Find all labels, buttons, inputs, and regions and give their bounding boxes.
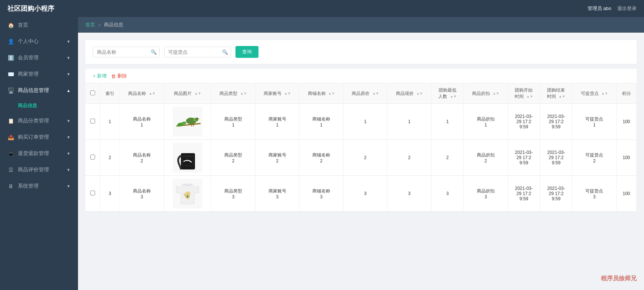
sidebar-label-order-mgmt: 购买订单管理 — [18, 134, 49, 141]
header-right: 管理员 abo 退出登录 — [588, 5, 637, 12]
user-icon: 👤 — [7, 39, 14, 45]
cell-index: 1 — [100, 104, 120, 140]
layout: 🏠 首页 👤 个人中心 ▼ ℹ️ 会员管理 ▼ ✉️ 商家管理 ▼ 🖥️ 商品信… — [0, 17, 644, 290]
cell-current-price: 2 — [387, 140, 432, 176]
cell-min-count: 1 — [431, 104, 464, 140]
sort-arrows-img[interactable]: ▲▼ — [195, 92, 201, 95]
cell-start-time: 2021-03-29 17:29:59 — [508, 104, 540, 140]
sidebar-item-refund-mgmt[interactable]: 📱 退货退款管理 ▼ — [0, 145, 78, 162]
table-body: 1 商品名称1 商品类型1 商家账号1 商铺名称1 1 1 1 商品折扣1 20… — [85, 104, 637, 212]
sort-arrows-shop[interactable]: ▲▼ — [328, 92, 335, 95]
th-shop: 商铺名称 ▲▼ — [299, 83, 344, 104]
cell-shop: 商铺名称3 — [299, 176, 344, 212]
sidebar-item-profile[interactable]: 👤 个人中心 ▼ — [0, 33, 78, 50]
sidebar-item-home[interactable]: 🏠 首页 — [0, 17, 78, 33]
search-bar: 🔍 🔍 查询 — [85, 40, 637, 64]
chevron-down-icon: ▼ — [66, 184, 71, 188]
chevron-down-icon: ▼ — [66, 168, 71, 172]
sort-arrows-end-time[interactable]: ▲▼ — [559, 95, 565, 98]
sidebar-label-category-mgmt: 商品分类管理 — [18, 118, 49, 124]
sort-arrows-account[interactable]: ▲▼ — [284, 92, 291, 95]
sort-arrows-pickup[interactable]: ▲▼ — [601, 92, 608, 95]
breadcrumb-home[interactable]: 首页 — [85, 22, 95, 28]
logout-button[interactable]: 退出登录 — [617, 5, 637, 12]
chevron-down-icon: ▼ — [66, 151, 71, 156]
app-logo: 社区团购小程序 — [7, 4, 54, 13]
cell-checkbox — [85, 176, 100, 212]
sidebar-item-category-mgmt[interactable]: 📋 商品分类管理 ▼ — [0, 113, 78, 129]
cell-img — [164, 176, 211, 212]
sidebar-label-member: 会员管理 — [18, 55, 39, 61]
sidebar-item-product-info[interactable]: 商品信息 — [0, 99, 78, 113]
sort-arrows-name[interactable]: ▲▼ — [149, 92, 156, 95]
chevron-down-icon: ▼ — [66, 56, 71, 60]
sidebar-item-system-mgmt[interactable]: 🖥 系统管理 ▼ — [0, 178, 78, 194]
sort-arrows-min-count[interactable]: ▲▼ — [450, 95, 457, 98]
home-icon: 🏠 — [7, 22, 14, 28]
sidebar-item-review-mgmt[interactable]: ☰ 商品评价管理 ▼ — [0, 162, 78, 178]
cell-pickup: 可提货点2 — [572, 140, 617, 176]
add-button[interactable]: + 新增 — [93, 73, 107, 79]
cell-discount: 商品折扣1 — [464, 104, 508, 140]
row-checkbox-2[interactable] — [90, 191, 95, 195]
sidebar-item-product-mgmt[interactable]: 🖥️ 商品信息管理 ▲ — [0, 82, 78, 99]
sidebar: 🏠 首页 👤 个人中心 ▼ ℹ️ 会员管理 ▼ ✉️ 商家管理 ▼ 🖥️ 商品信… — [0, 17, 78, 290]
info-icon: ℹ️ — [7, 55, 14, 61]
sidebar-item-merchant[interactable]: ✉️ 商家管理 ▼ — [0, 66, 78, 82]
breadcrumb: 首页 > 商品信息 — [78, 17, 644, 33]
top-header: 社区团购小程序 管理员 abo 退出登录 — [0, 0, 644, 17]
cell-type: 商品类型2 — [211, 140, 256, 176]
cell-original-price: 1 — [343, 104, 387, 140]
row-checkbox-1[interactable] — [90, 155, 95, 159]
cell-account: 商家账号1 — [255, 104, 299, 140]
cell-index: 3 — [100, 176, 120, 212]
cell-name: 商品名称1 — [120, 104, 164, 140]
cell-start-time: 2021-03-29 17:29:59 — [508, 140, 540, 176]
search-icon[interactable]: 🔍 — [151, 49, 157, 55]
th-start-time: 团购开始时间 ▲▼ — [508, 83, 540, 104]
cell-points: 100 — [617, 140, 637, 176]
th-img: 商品图片 ▲▼ — [164, 83, 211, 104]
th-min-count: 团购最低人数 ▲▼ — [431, 83, 464, 104]
pickup-point-search-wrap: 🔍 — [164, 47, 231, 57]
cell-index: 2 — [100, 140, 120, 176]
sort-arrows-discount[interactable]: ▲▼ — [492, 92, 499, 95]
sort-arrows-type[interactable]: ▲▼ — [240, 92, 247, 95]
pickup-point-input[interactable] — [164, 47, 231, 57]
svg-point-5 — [197, 118, 198, 119]
sidebar-item-member[interactable]: ℹ️ 会员管理 ▼ — [0, 50, 78, 66]
sidebar-label-review-mgmt: 商品评价管理 — [18, 167, 49, 173]
table-panel: + 新增 🗑 删除 索引 — [85, 69, 637, 212]
cell-name: 商品名称2 — [120, 140, 164, 176]
row-checkbox-0[interactable] — [90, 119, 95, 123]
sort-arrows-original-price[interactable]: ▲▼ — [372, 92, 379, 95]
cell-pickup: 可提货点1 — [572, 104, 617, 140]
current-user: 管理员 abo — [588, 5, 611, 12]
cell-points: 100 — [617, 104, 637, 140]
cell-shop: 商铺名称2 — [299, 140, 344, 176]
cell-pickup: 可提货点3 — [572, 176, 617, 212]
sidebar-label-system-mgmt: 系统管理 — [18, 183, 39, 190]
sidebar-label-product-info: 商品信息 — [18, 103, 37, 108]
product-name-input[interactable] — [93, 47, 160, 57]
query-button[interactable]: 查询 — [235, 46, 258, 58]
cell-original-price: 2 — [343, 140, 387, 176]
cell-discount: 商品折扣3 — [464, 176, 508, 212]
delete-button[interactable]: 🗑 删除 — [111, 73, 127, 79]
monitor-icon: 🖥️ — [7, 88, 14, 93]
sidebar-item-order-mgmt[interactable]: 📤 购买订单管理 ▼ — [0, 129, 78, 145]
breadcrumb-separator: > — [98, 22, 101, 28]
sort-arrows-current-price[interactable]: ▲▼ — [416, 92, 423, 95]
select-all-checkbox[interactable] — [90, 90, 95, 95]
desktop-icon: 🖥 — [7, 183, 14, 189]
search-icon[interactable]: 🔍 — [222, 49, 228, 55]
cell-checkbox — [85, 104, 100, 140]
sidebar-label-home: 首页 — [18, 22, 28, 29]
th-current-price: 商品现价 ▲▼ — [387, 83, 432, 104]
sort-arrows-start-time[interactable]: ▲▼ — [526, 95, 533, 98]
chevron-up-icon: ▲ — [66, 88, 71, 93]
cell-shop: 商铺名称1 — [299, 104, 344, 140]
cell-checkbox — [85, 140, 100, 176]
cell-original-price: 3 — [343, 176, 387, 212]
chevron-down-icon: ▼ — [66, 135, 71, 139]
